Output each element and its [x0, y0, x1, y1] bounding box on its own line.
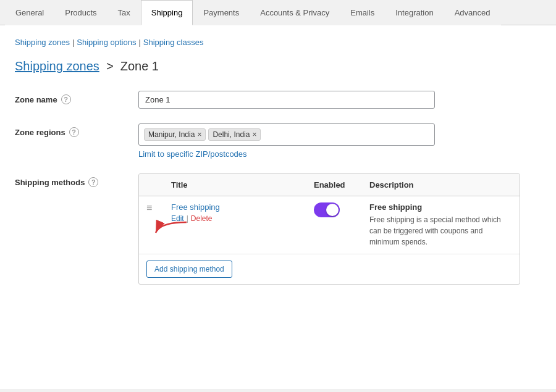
zone-regions-tags-input[interactable]: Manipur, India × Delhi, India ×: [138, 123, 435, 146]
tab-advanced[interactable]: Advanced: [444, 0, 501, 25]
zone-name-row: Zone name ?: [15, 91, 541, 109]
shipping-methods-row: Shipping methods ? Title Enabled Descrip…: [15, 173, 541, 285]
tab-products[interactable]: Products: [54, 0, 107, 25]
tab-payments[interactable]: Payments: [193, 0, 250, 25]
method-name-link[interactable]: Free shipping: [171, 202, 314, 212]
shipping-methods-label-col: Shipping methods ?: [15, 173, 138, 187]
breadcrumb-separator: >: [106, 59, 114, 73]
zone-name-label: Zone name: [15, 95, 57, 104]
tab-general[interactable]: General: [5, 0, 54, 25]
tag-delhi-remove[interactable]: ×: [252, 130, 256, 139]
limit-zip-link[interactable]: Limit to specific ZIP/postcodes: [138, 149, 541, 159]
col-description-header: Description: [369, 180, 512, 190]
drag-handle-icon: ≡: [146, 201, 152, 213]
shipping-methods-label: Shipping methods: [15, 178, 85, 187]
tab-tax[interactable]: Tax: [107, 0, 141, 25]
tag-delhi: Delhi, India ×: [208, 128, 261, 141]
subnav-sep-1: |: [72, 38, 74, 47]
zone-regions-row: Zone regions ? Manipur, India × Delhi, I…: [15, 123, 541, 159]
table-row: ≡ Free shipping: [139, 196, 520, 254]
method-sep: |: [187, 214, 188, 223]
method-desc-text: Free shipping is a special method which …: [369, 214, 512, 248]
method-desc-col: Free shipping Free shipping is a special…: [369, 202, 512, 248]
col-title-header: Title: [171, 180, 314, 190]
col-enabled-header: Enabled: [314, 180, 369, 190]
subnav-shipping-zones[interactable]: Shipping zones: [15, 38, 70, 47]
shipping-methods-help-icon[interactable]: ?: [88, 177, 98, 187]
tab-accounts-privacy[interactable]: Accounts & Privacy: [250, 0, 340, 25]
breadcrumb-current: Zone 1: [120, 59, 159, 73]
table-header: Title Enabled Description: [139, 174, 520, 196]
method-enabled-col: [314, 202, 369, 217]
method-toggle[interactable]: [314, 202, 340, 217]
breadcrumb: Shipping zones > Zone 1: [15, 59, 541, 73]
drag-handle[interactable]: ≡: [146, 202, 171, 214]
zone-regions-label-col: Zone regions ?: [15, 123, 138, 137]
main-content: Shipping zones | Shipping options | Ship…: [0, 25, 556, 390]
subnav-shipping-classes[interactable]: Shipping classes: [143, 38, 204, 47]
tag-manipur: Manipur, India ×: [144, 128, 206, 141]
toggle-knob: [326, 204, 339, 216]
shipping-methods-table: Title Enabled Description ≡ Free shippin…: [138, 173, 520, 285]
tab-integration[interactable]: Integration: [385, 0, 444, 25]
method-actions: Edit | Delete: [171, 214, 314, 223]
tab-emails[interactable]: Emails: [340, 0, 385, 25]
shipping-methods-table-col: Title Enabled Description ≡ Free shippin…: [138, 173, 541, 285]
add-method-row: Add shipping method: [139, 254, 520, 284]
zone-name-help-icon[interactable]: ?: [61, 94, 71, 104]
add-shipping-method-button[interactable]: Add shipping method: [146, 261, 232, 278]
zone-name-label-col: Zone name ?: [15, 91, 138, 104]
tag-manipur-label: Manipur, India: [148, 130, 195, 139]
zone-regions-input-col: Manipur, India × Delhi, India × Limit to…: [138, 123, 541, 159]
zone-name-input-col: [138, 91, 541, 109]
tag-delhi-label: Delhi, India: [213, 130, 250, 139]
subnav-sep-2: |: [138, 38, 140, 47]
tab-bar: General Products Tax Shipping Payments A…: [0, 0, 556, 25]
method-title-col: Free shipping Edit: [171, 202, 314, 223]
col-drag-header: [146, 180, 171, 190]
breadcrumb-parent[interactable]: Shipping zones: [15, 59, 99, 73]
zone-regions-help-icon[interactable]: ?: [69, 127, 79, 137]
subnav-shipping-options[interactable]: Shipping options: [77, 38, 136, 47]
sub-nav: Shipping zones | Shipping options | Ship…: [15, 38, 541, 47]
method-delete-link[interactable]: Delete: [191, 214, 213, 223]
method-desc-title: Free shipping: [369, 202, 512, 212]
method-edit-link[interactable]: Edit: [171, 214, 184, 223]
save-bar: Save changes: [0, 390, 556, 392]
tab-shipping[interactable]: Shipping: [141, 0, 193, 25]
tag-manipur-remove[interactable]: ×: [197, 130, 201, 139]
zone-name-input[interactable]: [138, 91, 435, 109]
zone-regions-label: Zone regions: [15, 128, 65, 137]
